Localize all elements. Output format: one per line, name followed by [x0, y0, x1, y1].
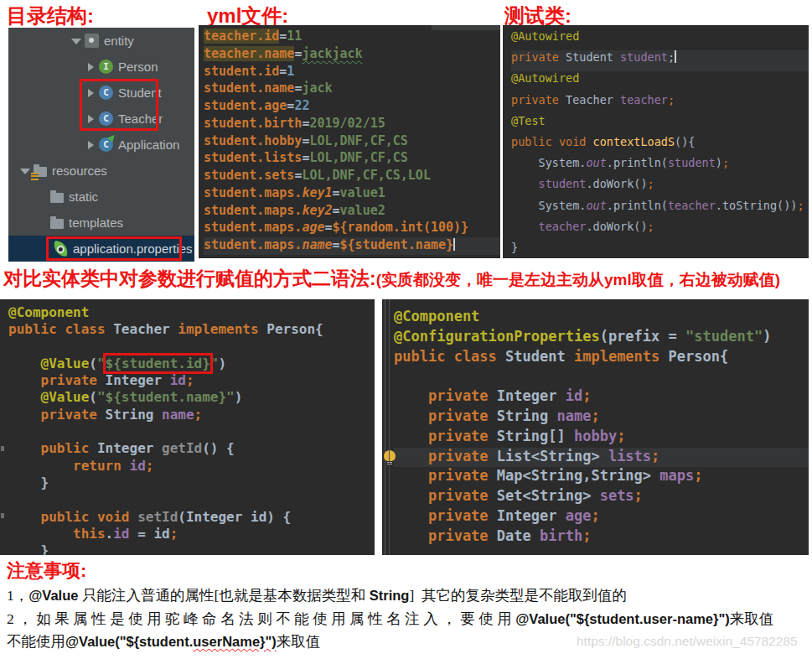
- token: public void: [8, 509, 137, 525]
- fold-marker[interactable]: [1, 513, 4, 518]
- token: String: [370, 588, 410, 603]
- yml-line: teacher.id=11: [204, 29, 500, 46]
- text-caret: [453, 238, 455, 251]
- yml-line: student.id=1: [204, 64, 500, 81]
- arrow-spacer: [40, 244, 50, 254]
- yml-line: teacher.name=jackjack: [204, 46, 500, 64]
- test-code-line: @Test: [511, 114, 809, 135]
- token: student.maps.: [204, 237, 302, 252]
- token: ;: [694, 467, 702, 484]
- collapse-arrow-icon[interactable]: [71, 36, 81, 46]
- expand-arrow-icon[interactable]: [85, 140, 96, 150]
- token: ": [97, 355, 106, 371]
- tree-item-templates[interactable]: templates: [8, 210, 194, 236]
- token: id: [113, 526, 129, 542]
- token: .println(: [607, 156, 668, 169]
- expand-arrow-icon[interactable]: [85, 114, 96, 124]
- token: private: [511, 50, 566, 64]
- token: @Component: [394, 308, 479, 324]
- token: [8, 423, 17, 439]
- student-code-line: private String name;: [394, 407, 809, 428]
- token: @Value("${student.: [65, 634, 193, 649]
- collapse-arrow-icon[interactable]: [20, 166, 30, 176]
- fold-marker[interactable]: [1, 446, 4, 451]
- test-class-editor-panel[interactable]: @Autowiredprivate Student student;@Autow…: [503, 25, 809, 258]
- tree-item-Teacher[interactable]: Teacher: [8, 106, 194, 132]
- tree-item-label: static: [69, 189, 98, 204]
- token: private: [394, 448, 497, 464]
- lightbulb-icon[interactable]: [384, 450, 396, 461]
- token: value1: [340, 185, 385, 200]
- token: student.sets: [204, 168, 294, 183]
- token: id: [566, 387, 582, 404]
- token: @Value: [8, 389, 89, 405]
- token: Map<String,String>: [497, 467, 659, 484]
- tree-item-Student[interactable]: Student: [8, 80, 194, 106]
- tree-item-entity[interactable]: entity: [8, 28, 194, 54]
- token: userName}"): [193, 634, 277, 649]
- tree-item-resources[interactable]: resources: [8, 158, 194, 184]
- teacher-code-line: }: [8, 542, 375, 555]
- test-code-line: @Autowired: [511, 29, 809, 50]
- token: ;: [648, 177, 654, 190]
- token: .println(: [607, 199, 668, 212]
- token: implements: [574, 348, 669, 365]
- expand-arrow-icon[interactable]: [85, 62, 96, 72]
- teacher-code-line: @Value("${student.id}"): [8, 355, 375, 372]
- student-code-line: private String[] hobby;: [394, 428, 809, 448]
- teacher-code-line: @Component: [8, 304, 375, 321]
- package-icon: [85, 34, 99, 48]
- token: private: [394, 467, 497, 484]
- tree-item-static[interactable]: static: [8, 184, 194, 210]
- token: birth: [540, 527, 582, 544]
- token: key1: [302, 185, 332, 200]
- interface-icon: [99, 60, 113, 74]
- teacher-code-line: return id;: [8, 458, 375, 475]
- token: System.: [511, 199, 586, 212]
- token: [8, 491, 17, 507]
- token: [511, 220, 539, 233]
- token: private: [394, 428, 497, 444]
- note-line: 1，@Value 只能注入普通的属性[也就是基本数据类型和 String] 其它…: [7, 585, 809, 609]
- token: ): [235, 389, 243, 405]
- token: private: [394, 387, 497, 404]
- teacher-value-editor-panel[interactable]: @Componentpublic class Teacher implement…: [0, 299, 375, 555]
- tree-item-Person[interactable]: Person: [8, 54, 194, 80]
- token: teacher: [539, 220, 587, 233]
- token: 来取值: [277, 633, 321, 650]
- yml-line: student.hobby=LOL,DNF,CF,CS: [204, 133, 500, 151]
- resources-icon: [34, 167, 47, 177]
- token: implements: [178, 321, 266, 337]
- student-code-line: private List<String> lists;: [394, 448, 809, 468]
- expand-arrow-icon[interactable]: [85, 88, 96, 98]
- yml-line: student.maps.key2=value2: [204, 203, 500, 221]
- boot-icon: [99, 138, 113, 152]
- token: out: [586, 156, 606, 169]
- token: .doWork(): [586, 220, 647, 233]
- token: out: [586, 199, 606, 212]
- tree-item-Application[interactable]: Application: [8, 132, 194, 158]
- token: private: [394, 407, 497, 424]
- token: (prefix =: [600, 328, 685, 345]
- token: ;: [582, 527, 591, 544]
- teacher-code-line: public class Teacher implements Person{: [8, 321, 375, 338]
- project-tree-panel[interactable]: entityPersonStudentTeacherApplicationres…: [8, 28, 194, 262]
- token: maps: [659, 467, 694, 484]
- token: jackjack: [302, 46, 362, 61]
- token: sets: [600, 487, 634, 504]
- token: (Integer id) {: [178, 509, 291, 525]
- token: Student: [566, 50, 620, 64]
- token: student.age: [204, 98, 287, 113]
- student-code-line: @ConfigurationProperties(prefix = "stude…: [394, 328, 809, 348]
- text-caret: [675, 50, 676, 63]
- token: 来取值: [730, 610, 774, 627]
- token: Integer: [497, 507, 566, 524]
- student-code-line: private Integer id;: [394, 387, 809, 407]
- tree-item-application.properties[interactable]: application.properties: [8, 236, 194, 262]
- token: "${student.name}": [97, 389, 235, 405]
- token: student.maps.: [204, 185, 302, 200]
- student-configproperties-editor-panel[interactable]: @Component@ConfigurationProperties(prefi…: [382, 299, 809, 555]
- class-icon: [99, 112, 113, 126]
- token: this: [8, 526, 106, 542]
- yml-editor-panel[interactable]: teacher.id=11teacher.name=jackjackstuden…: [199, 25, 500, 258]
